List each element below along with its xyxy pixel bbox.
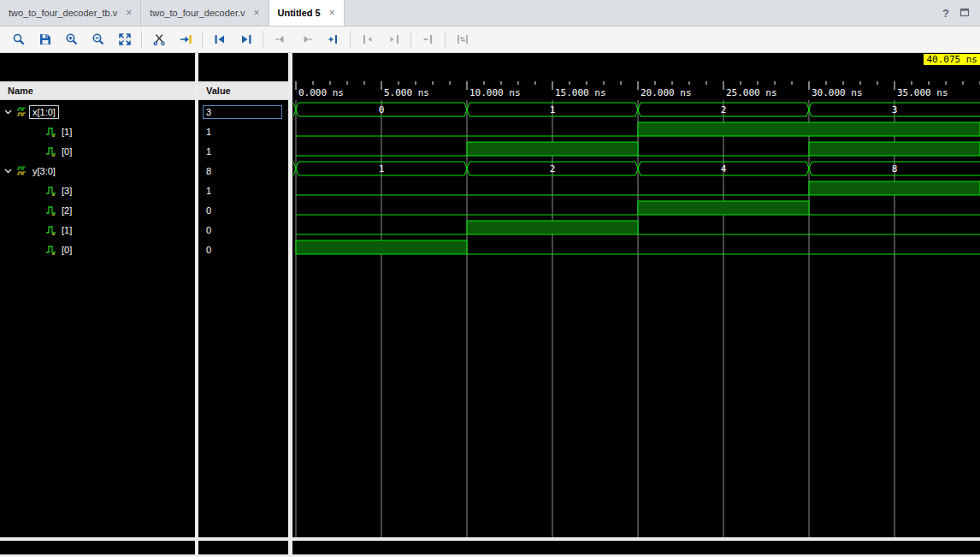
name-column-header[interactable]: Name xyxy=(0,81,195,100)
signal-value-row[interactable]: 0 xyxy=(198,220,288,240)
next-marker-icon xyxy=(387,33,401,46)
names-hscrollbar[interactable] xyxy=(0,541,195,554)
zoom-in-button[interactable] xyxy=(58,28,85,50)
next-transition-icon xyxy=(300,33,314,46)
go-to-last-time-icon xyxy=(239,33,253,46)
previous-marker-icon xyxy=(361,33,375,46)
signal-value-row[interactable]: 1 xyxy=(198,181,288,200)
waveform-area: 40.075 ns 0.000 ns5.000 ns10.000 ns15.00… xyxy=(292,53,980,537)
signal-value: 0 xyxy=(203,223,215,237)
zoom-out-button[interactable] xyxy=(85,28,111,50)
previous-marker-button xyxy=(354,28,381,50)
bit-icon xyxy=(45,204,58,216)
signal-value-row[interactable]: 0 xyxy=(198,240,288,259)
signal-value: 0 xyxy=(203,243,215,257)
waveform-canvas[interactable]: 0.000 ns5.000 ns10.000 ns15.000 ns20.000… xyxy=(292,53,980,537)
toolbar-separator xyxy=(445,31,446,48)
tab-label: Untitled 5 xyxy=(278,8,321,18)
svg-text:3: 3 xyxy=(892,104,898,116)
svg-text:2: 2 xyxy=(721,104,727,116)
next-marker-button xyxy=(381,28,407,50)
svg-text:30.000 ns: 30.000 ns xyxy=(812,87,863,98)
signal-name[interactable]: [1] xyxy=(58,125,75,139)
signal-name[interactable]: [2] xyxy=(58,204,75,217)
svg-text:25.000 ns: 25.000 ns xyxy=(726,87,777,98)
signal-row-2[interactable]: [2] xyxy=(0,200,195,220)
tab-close-icon[interactable]: × xyxy=(329,7,335,19)
signal-row-x-1-0[interactable]: x[1:0] xyxy=(0,102,195,121)
tab-strip: two_to_four_decoder_tb.v×two_to_four_dec… xyxy=(0,0,345,26)
svg-text:0.000 ns: 0.000 ns xyxy=(298,87,344,98)
signal-value: 1 xyxy=(203,145,215,158)
svg-text:10.000 ns: 10.000 ns xyxy=(469,87,521,98)
zoom-fit-icon xyxy=(118,33,132,46)
signal-value-row[interactable]: 8 xyxy=(198,161,288,181)
swap-cursors-icon xyxy=(456,33,469,46)
signal-value: 1 xyxy=(203,125,215,139)
go-to-transition-button[interactable] xyxy=(172,28,198,50)
search-button[interactable] xyxy=(5,28,32,50)
simulation-waveform-window: two_to_four_decoder_tb.v×two_to_four_dec… xyxy=(0,0,980,557)
swap-cursors-button xyxy=(449,28,475,50)
signal-name[interactable]: [3] xyxy=(58,184,75,198)
expand-chevron-icon[interactable] xyxy=(4,167,15,175)
signal-row-y-3-0[interactable]: y[3:0] xyxy=(0,161,195,181)
go-to-time-0-icon xyxy=(213,33,227,46)
values-top-spacer xyxy=(198,53,288,81)
cut-cursor-icon xyxy=(152,33,166,46)
signal-row-3[interactable]: [3] xyxy=(0,181,195,200)
signal-row-1[interactable]: [1] xyxy=(0,220,195,240)
go-to-last-time-button[interactable] xyxy=(233,28,259,50)
signal-row-1[interactable]: [1] xyxy=(0,121,195,141)
signal-row-0[interactable]: [0] xyxy=(0,240,195,259)
values-hscrollbar[interactable] xyxy=(198,541,288,554)
previous-transition-button xyxy=(267,28,293,50)
next-transition-button xyxy=(293,28,320,50)
svg-text:5.000 ns: 5.000 ns xyxy=(384,87,429,98)
toolbar-separator xyxy=(350,31,351,48)
go-to-transition-icon xyxy=(179,33,192,46)
bit-icon xyxy=(45,244,58,255)
signal-name[interactable]: [1] xyxy=(58,223,75,237)
signal-name[interactable]: y[3:0] xyxy=(29,164,59,178)
tab-label: two_to_four_decoder.v xyxy=(150,8,245,18)
expand-chevron-icon[interactable] xyxy=(4,108,15,116)
signal-value-row[interactable]: 1 xyxy=(198,121,288,141)
tab-bar: two_to_four_decoder_tb.v×two_to_four_dec… xyxy=(0,0,980,27)
toolbar-separator xyxy=(202,31,203,48)
tab-close-icon[interactable]: × xyxy=(254,7,260,19)
float-window-icon[interactable] xyxy=(959,5,970,21)
tab-two-to-four-decoder-tb-v[interactable]: two_to_four_decoder_tb.v× xyxy=(0,0,141,26)
cut-cursor-button[interactable] xyxy=(145,28,172,50)
svg-text:1: 1 xyxy=(550,104,556,116)
zoom-in-icon xyxy=(65,33,79,46)
bit-icon xyxy=(45,224,58,235)
signal-value-list: 31181000 xyxy=(198,100,288,537)
signal-row-0[interactable]: [0] xyxy=(0,141,195,161)
value-column-header[interactable]: Value xyxy=(198,81,288,100)
signal-values-panel: Value 31181000 xyxy=(198,53,288,537)
tab-close-icon[interactable]: × xyxy=(126,7,132,19)
svg-text:0: 0 xyxy=(379,104,385,116)
svg-text:15.000 ns: 15.000 ns xyxy=(555,87,606,98)
tab-label: two_to_four_decoder_tb.v xyxy=(9,8,117,18)
names-top-spacer xyxy=(0,53,195,81)
svg-text:35.000 ns: 35.000 ns xyxy=(897,87,948,98)
wave-hscrollbar[interactable] xyxy=(292,541,980,554)
tab-untitled-5[interactable]: Untitled 5× xyxy=(269,0,345,26)
signal-name[interactable]: x[1:0] xyxy=(29,105,59,119)
tab-two-to-four-decoder-v[interactable]: two_to_four_decoder.v× xyxy=(141,0,269,26)
zoom-fit-button[interactable] xyxy=(111,28,138,50)
save-button[interactable] xyxy=(32,28,58,50)
signal-value-row[interactable]: 3 xyxy=(198,102,288,121)
go-to-time-0-button[interactable] xyxy=(206,28,233,50)
signal-value-row[interactable]: 1 xyxy=(198,141,288,161)
signal-value-row[interactable]: 0 xyxy=(198,200,288,220)
signal-name[interactable]: [0] xyxy=(58,243,75,257)
signal-name[interactable]: [0] xyxy=(58,145,75,158)
help-icon[interactable]: ? xyxy=(942,7,949,20)
signal-value: 1 xyxy=(203,184,215,198)
add-marker-button[interactable] xyxy=(320,28,346,50)
bus-icon xyxy=(16,106,29,117)
svg-text:20.000 ns: 20.000 ns xyxy=(641,87,692,98)
